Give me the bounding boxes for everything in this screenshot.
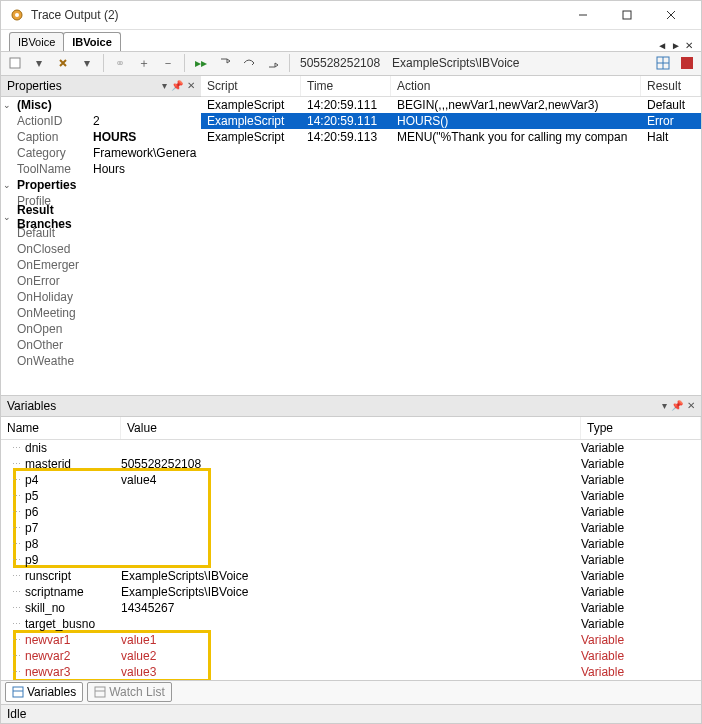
remove-button[interactable]: － [158, 53, 178, 73]
property-row[interactable]: OnHoliday [1, 289, 201, 305]
property-row[interactable]: OnError [1, 273, 201, 289]
variable-row[interactable]: ⋯p8Variable [1, 536, 701, 552]
tab-nav-right-icon[interactable]: ► [671, 40, 681, 51]
property-row[interactable]: ToolNameHours [1, 161, 201, 177]
variable-row[interactable]: ⋯p6Variable [1, 504, 701, 520]
variable-row[interactable]: ⋯scriptnameExampleScripts\IBVoiceVariabl… [1, 584, 701, 600]
tree-connector: ⋯ [1, 667, 25, 677]
svg-rect-3 [623, 11, 631, 19]
variable-type: Variable [581, 441, 701, 455]
property-row[interactable]: OnEmerger [1, 257, 201, 273]
dropdown-icon[interactable]: ▾ [29, 53, 49, 73]
app-icon [9, 7, 25, 23]
expand-icon[interactable]: ⌄ [1, 212, 13, 222]
col-action[interactable]: Action [391, 76, 641, 96]
pin-icon[interactable]: 📌 [171, 80, 183, 91]
property-group[interactable]: Properties [13, 178, 93, 192]
variable-row[interactable]: ⋯p4value4Variable [1, 472, 701, 488]
maximize-button[interactable] [605, 1, 649, 29]
property-key: Default [13, 226, 93, 240]
variable-row[interactable]: ⋯masterid505528252108Variable [1, 456, 701, 472]
variables-tab-icon [12, 686, 24, 698]
col-time[interactable]: Time [301, 76, 391, 96]
variable-value: value3 [121, 665, 581, 679]
expand-icon[interactable]: ⌄ [1, 180, 13, 190]
variable-type: Variable [581, 633, 701, 647]
new-icon[interactable] [5, 53, 25, 73]
minimize-button[interactable] [561, 1, 605, 29]
trace-body[interactable]: ExampleScript14:20:59.111BEGIN(,,,newVar… [201, 97, 701, 145]
variable-row[interactable]: ⋯newvar2value2Variable [1, 648, 701, 664]
property-key: Caption [13, 130, 93, 144]
variable-row[interactable]: ⋯target_busnoVariable [1, 616, 701, 632]
property-row[interactable]: OnOther [1, 337, 201, 353]
property-row[interactable]: CategoryFramework\Genera [1, 145, 201, 161]
trace-id: 505528252108 [296, 56, 384, 70]
col-result[interactable]: Result [641, 76, 701, 96]
tab-ibvoice-2[interactable]: IBVoice [63, 32, 121, 51]
panel-close-icon[interactable]: ✕ [687, 400, 695, 411]
property-group[interactable]: (Misc) [13, 98, 93, 112]
trace-action: BEGIN(,,,newVar1,newVar2,newVar3) [391, 98, 641, 112]
expand-icon[interactable]: ⌄ [1, 100, 13, 110]
property-row[interactable]: OnOpen [1, 321, 201, 337]
tab-ibvoice-1[interactable]: IBVoice [9, 32, 64, 51]
col-value[interactable]: Value [121, 417, 581, 439]
property-row[interactable]: Default [1, 225, 201, 241]
variable-row[interactable]: ⋯p7Variable [1, 520, 701, 536]
tools-icon[interactable] [53, 53, 73, 73]
close-button[interactable] [649, 1, 693, 29]
toolbar: ▾ ▾ ⚭ ＋ － ▸▸ 505528252108 ExampleScripts… [1, 52, 701, 76]
stop-button[interactable] [677, 53, 697, 73]
watch-tab-icon [94, 686, 106, 698]
step-into-icon[interactable] [215, 53, 235, 73]
property-row[interactable]: CaptionHOURS [1, 129, 201, 145]
variable-row[interactable]: ⋯newvar1value1Variable [1, 632, 701, 648]
grid-icon[interactable] [653, 53, 673, 73]
step-out-icon[interactable] [263, 53, 283, 73]
variables-header: Variables ▾ 📌 ✕ [1, 396, 701, 417]
tab-close-icon[interactable]: ✕ [685, 40, 693, 51]
col-script[interactable]: Script [201, 76, 301, 96]
property-row[interactable]: ActionID2 [1, 113, 201, 129]
trace-row[interactable]: ExampleScript14:20:59.111HOURS()Error [201, 113, 701, 129]
property-key: OnClosed [13, 242, 93, 256]
tree-connector: ⋯ [1, 571, 25, 581]
property-row[interactable]: OnMeeting [1, 305, 201, 321]
variable-row[interactable]: ⋯runscriptExampleScripts\IBVoiceVariable [1, 568, 701, 584]
panel-close-icon[interactable]: ✕ [187, 80, 195, 91]
properties-grid[interactable]: ⌄(Misc)ActionID2CaptionHOURSCategoryFram… [1, 97, 201, 395]
play-button[interactable]: ▸▸ [191, 53, 211, 73]
variable-type: Variable [581, 521, 701, 535]
variables-body[interactable]: ⋯dnisVariable⋯masterid505528252108Variab… [1, 440, 701, 680]
trace-row[interactable]: ExampleScript14:20:59.111BEGIN(,,,newVar… [201, 97, 701, 113]
pin-icon[interactable]: 📌 [671, 400, 683, 411]
variable-row[interactable]: ⋯newvar3value3Variable [1, 664, 701, 680]
col-type[interactable]: Type [581, 417, 701, 439]
link-icon[interactable]: ⚭ [110, 53, 130, 73]
panel-dropdown-icon[interactable]: ▾ [162, 80, 167, 91]
variable-row[interactable]: ⋯p5Variable [1, 488, 701, 504]
panel-dropdown-icon[interactable]: ▾ [662, 400, 667, 411]
trace-time: 14:20:59.111 [301, 114, 391, 128]
property-key: ActionID [13, 114, 93, 128]
tab-variables[interactable]: Variables [5, 682, 83, 702]
trace-row[interactable]: ExampleScript14:20:59.113MENU("%Thank yo… [201, 129, 701, 145]
property-value: 2 [93, 114, 201, 128]
dropdown2-icon[interactable]: ▾ [77, 53, 97, 73]
col-name[interactable]: Name [1, 417, 121, 439]
variable-row[interactable]: ⋯skill_no14345267Variable [1, 600, 701, 616]
property-row[interactable]: OnWeathe [1, 353, 201, 369]
tab-watch-list[interactable]: Watch List [87, 682, 172, 702]
add-button[interactable]: ＋ [134, 53, 154, 73]
property-row[interactable]: OnClosed [1, 241, 201, 257]
variable-type: Variable [581, 457, 701, 471]
trace-result: Default [641, 98, 701, 112]
variable-row[interactable]: ⋯p9Variable [1, 552, 701, 568]
step-over-icon[interactable] [239, 53, 259, 73]
svg-rect-13 [95, 687, 105, 697]
variable-row[interactable]: ⋯dnisVariable [1, 440, 701, 456]
variable-value: 505528252108 [121, 457, 581, 471]
tree-connector: ⋯ [1, 459, 25, 469]
tab-nav-left-icon[interactable]: ◄ [657, 40, 667, 51]
